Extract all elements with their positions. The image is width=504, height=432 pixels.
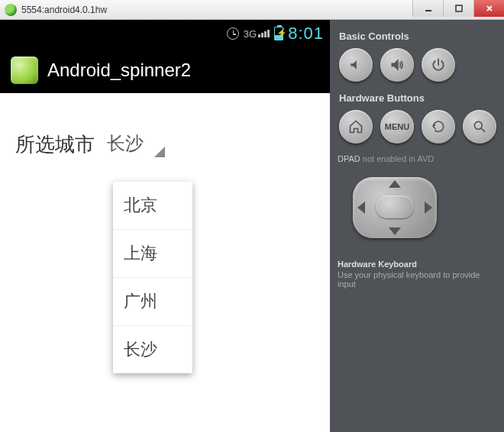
emulator-icon [5, 4, 17, 16]
dropdown-item[interactable]: 上海 [113, 230, 192, 278]
volume-down-icon [348, 57, 363, 73]
power-icon [431, 57, 446, 73]
emulator-control-panel: Basic Controls Hardware Buttons MENU [330, 20, 504, 432]
network-indicator: 3G [244, 28, 270, 40]
status-time: 8:01 [288, 24, 324, 44]
city-dropdown: 北京 上海 广州 长沙 [113, 182, 192, 373]
svg-rect-1 [456, 5, 462, 11]
close-button[interactable] [473, 0, 504, 17]
menu-button[interactable]: MENU [380, 110, 414, 143]
dpad [338, 169, 452, 246]
power-button[interactable] [422, 48, 455, 82]
dropdown-item[interactable]: 北京 [113, 182, 192, 230]
city-spinner[interactable]: 长沙 [105, 130, 166, 159]
basic-controls-label: Basic Controls [339, 31, 496, 42]
volume-up-button[interactable] [380, 48, 414, 82]
signal-bars-icon [258, 30, 270, 37]
dropdown-item[interactable]: 广州 [113, 278, 192, 326]
hardware-keyboard-note: Hardware Keyboard Use your physical keyb… [338, 260, 496, 289]
dpad-up-button[interactable] [389, 180, 401, 188]
dpad-left-button[interactable] [357, 201, 365, 214]
action-bar: Android_spinner2 [0, 47, 330, 93]
alarm-icon [227, 27, 239, 40]
window-title: 5554:android4.0.1hw [21, 5, 107, 15]
city-field-row: 所选城市 长沙 [15, 130, 315, 159]
window-titlebar: 5554:android4.0.1hw [0, 0, 504, 20]
volume-down-button[interactable] [339, 48, 373, 82]
dpad-center-button[interactable] [376, 195, 414, 218]
volume-up-icon [389, 57, 405, 73]
app-body: 所选城市 长沙 北京 上海 广州 长沙 [0, 93, 330, 432]
dpad-right-button[interactable] [425, 201, 432, 214]
back-icon [431, 119, 446, 134]
emulator-screen: 3G ⚡ 8:01 Android_spinner2 所选城市 长沙 北京 上海… [0, 20, 330, 432]
home-button[interactable] [339, 110, 373, 143]
search-button[interactable] [463, 110, 496, 143]
hardware-buttons-label: Hardware Buttons [339, 92, 496, 104]
city-field-label: 所选城市 [15, 131, 95, 158]
dpad-note-text: not enabled in AVD [363, 154, 434, 163]
maximize-button[interactable] [443, 0, 473, 17]
hw-keyboard-text: Use your physical keyboard to provide in… [338, 270, 480, 289]
menu-label: MENU [385, 122, 409, 131]
home-icon [348, 119, 363, 134]
dpad-section-label: DPAD not enabled in AVD [338, 154, 496, 163]
dropdown-item[interactable]: 长沙 [113, 326, 192, 373]
back-button[interactable] [422, 110, 455, 143]
status-bar: 3G ⚡ 8:01 [0, 20, 330, 47]
dpad-label: DPAD [338, 154, 360, 163]
dpad-down-button[interactable] [389, 227, 401, 235]
app-title: Android_spinner2 [47, 60, 191, 81]
hw-keyboard-title: Hardware Keyboard [338, 260, 496, 269]
search-icon [472, 119, 487, 134]
app-icon [11, 56, 38, 84]
battery-icon: ⚡ [274, 27, 283, 40]
network-label: 3G [244, 28, 257, 40]
window-buttons [412, 0, 504, 17]
minimize-button[interactable] [412, 0, 443, 17]
svg-point-2 [474, 121, 482, 129]
svg-rect-0 [425, 10, 431, 11]
